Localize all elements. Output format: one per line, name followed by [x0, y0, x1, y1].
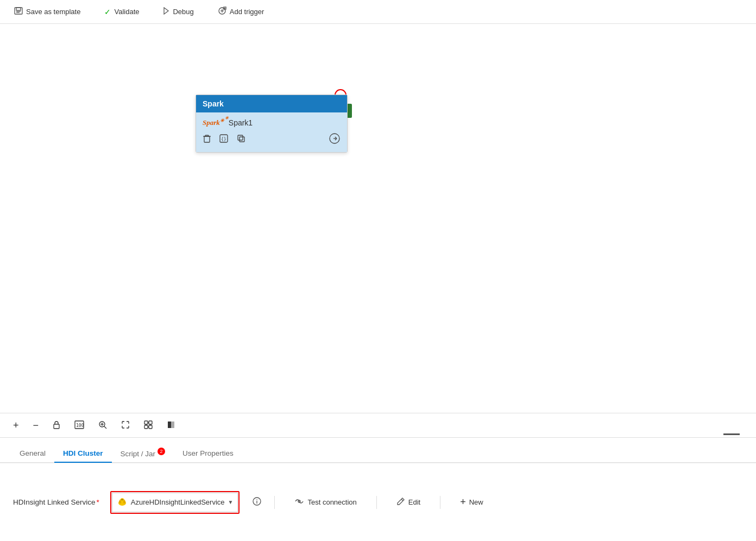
required-marker: * — [97, 498, 99, 506]
json-icon[interactable]: {} — [219, 134, 229, 146]
tab-user-properties[interactable]: User Properties — [174, 445, 242, 463]
add-trigger-icon — [218, 7, 226, 17]
test-connection-icon — [294, 498, 304, 507]
svg-point-50 — [257, 499, 258, 500]
test-connection-label: Test connection — [307, 498, 356, 506]
spark-logo-icon: Spark✳ — [203, 118, 224, 127]
tab-hdi-cluster[interactable]: HDI Cluster — [54, 445, 112, 463]
svg-point-43 — [121, 498, 124, 501]
svg-rect-34 — [149, 425, 152, 429]
properties-row: HDInsight Linked Service* AzureH — [0, 463, 756, 541]
svg-rect-24 — [54, 424, 59, 429]
delete-icon[interactable] — [203, 134, 211, 146]
edit-button[interactable]: Edit — [390, 494, 427, 511]
zoom-in-button[interactable]: + — [11, 419, 21, 431]
canvas-area: Spark Spark✳ Spark1 — [0, 24, 756, 541]
edit-label: Edit — [408, 498, 420, 506]
svg-point-46 — [121, 499, 122, 500]
save-template-icon — [14, 7, 23, 16]
debug-label: Debug — [173, 8, 193, 16]
tab-script-jar[interactable]: Script / Jar2 — [112, 443, 174, 463]
separator-1 — [274, 496, 275, 509]
add-trigger-button[interactable]: Add trigger — [215, 4, 268, 19]
linked-service-dropdown-container: AzureHDInsightLinkedService ▼ — [110, 491, 240, 514]
run-icon[interactable] — [329, 133, 341, 147]
select-region-button[interactable] — [119, 419, 132, 432]
zoom-toolbar: + − 100% — [0, 413, 756, 438]
svg-rect-32 — [149, 421, 152, 424]
svg-rect-40 — [171, 422, 174, 428]
svg-line-52 — [401, 499, 403, 501]
node-actions: {} — [203, 133, 341, 147]
save-as-template-button[interactable]: Save as template — [11, 5, 84, 18]
minimize-handle[interactable] — [723, 433, 740, 435]
svg-rect-33 — [144, 425, 148, 429]
info-icon[interactable] — [253, 497, 261, 507]
lock-button[interactable] — [51, 419, 62, 432]
debug-button[interactable]: Debug — [160, 5, 197, 18]
spark-activity-node[interactable]: Spark Spark✳ Spark1 — [196, 95, 348, 153]
linked-service-label: HDInsight Linked Service* — [13, 498, 99, 506]
dropdown-value: AzureHDInsightLinkedService — [131, 498, 225, 506]
svg-line-28 — [104, 426, 107, 429]
separator-3 — [440, 496, 440, 509]
svg-rect-11 — [204, 136, 210, 142]
svg-rect-18 — [240, 137, 244, 142]
add-trigger-label: Add trigger — [230, 8, 264, 16]
linked-service-dropdown[interactable]: AzureHDInsightLinkedService ▼ — [112, 493, 238, 512]
validate-button[interactable]: ✓ Validate — [101, 5, 142, 18]
new-icon: + — [460, 496, 466, 508]
new-button[interactable]: + New — [453, 493, 490, 511]
copy-icon[interactable] — [236, 134, 246, 146]
svg-point-45 — [123, 500, 125, 504]
zoom-out-button[interactable]: − — [31, 419, 41, 431]
tab-script-jar-badge: 2 — [158, 448, 165, 455]
svg-rect-31 — [144, 421, 148, 424]
save-template-label: Save as template — [26, 8, 80, 16]
svg-rect-0 — [15, 8, 22, 14]
svg-marker-4 — [164, 8, 168, 14]
node-header: Spark — [196, 95, 347, 112]
test-connection-button[interactable]: Test connection — [288, 494, 363, 510]
toggle-button[interactable] — [165, 419, 178, 432]
zoom-region-button[interactable] — [96, 419, 109, 432]
svg-rect-1 — [16, 8, 21, 10]
node-title-row: Spark✳ Spark1 — [203, 118, 341, 127]
node-body: Spark✳ Spark1 {} — [196, 112, 347, 152]
separator-2 — [376, 496, 377, 509]
svg-point-47 — [122, 499, 123, 500]
svg-text:100%: 100% — [76, 423, 84, 428]
svg-text:{}: {} — [221, 137, 226, 142]
new-label: New — [469, 498, 483, 506]
validate-label: Validate — [114, 8, 139, 16]
top-toolbar: Save as template ✓ Validate Debug Add tr… — [0, 0, 756, 24]
tab-general[interactable]: General — [11, 445, 54, 463]
arrange-button[interactable] — [142, 419, 155, 432]
activity-name: Spark1 — [229, 118, 253, 127]
svg-rect-19 — [238, 135, 243, 140]
validate-icon: ✓ — [104, 8, 111, 16]
svg-point-44 — [119, 500, 121, 504]
edit-icon — [396, 497, 405, 507]
hdi-service-icon — [117, 496, 128, 509]
dropdown-arrow-icon: ▼ — [228, 499, 234, 505]
fit-page-button[interactable]: 100% — [72, 419, 86, 432]
debug-icon — [163, 7, 169, 16]
tabs-bar: General HDI Cluster Script / Jar2 User P… — [0, 439, 756, 463]
